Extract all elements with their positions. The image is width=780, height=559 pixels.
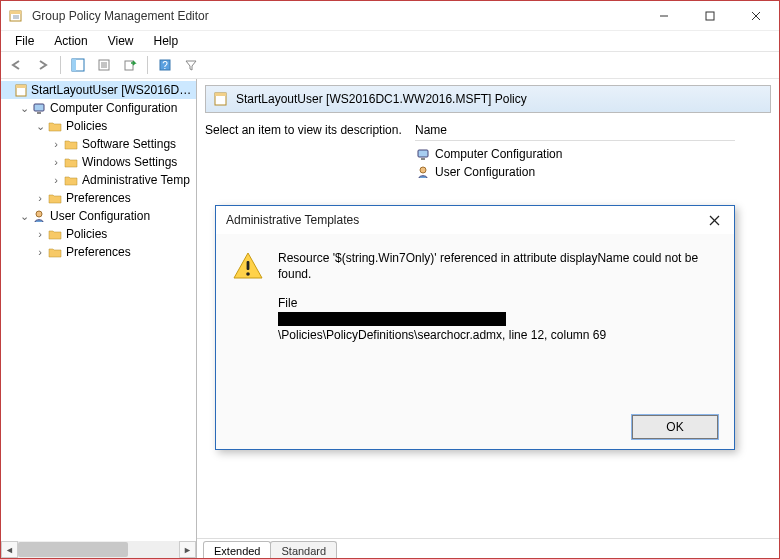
toolbar: ? [1,51,779,79]
menu-action[interactable]: Action [46,32,95,50]
tree-label: User Configuration [50,209,150,223]
help-button[interactable]: ? [153,54,177,76]
scroll-left-button[interactable]: ◄ [1,541,18,558]
folder-icon [47,226,63,242]
chevron-down-icon[interactable]: ⌄ [33,120,47,133]
tree-policies[interactable]: ⌄ Policies [1,117,196,135]
computer-icon [31,100,47,116]
dialog-title-bar[interactable]: Administrative Templates [216,206,734,234]
warning-icon [232,250,264,282]
policy-icon [14,82,28,98]
scroll-thumb[interactable] [18,542,128,557]
tabs-bar: Extended Standard [197,538,779,558]
tree-computer-config[interactable]: ⌄ Computer Configuration [1,99,196,117]
menu-view[interactable]: View [100,32,142,50]
tree-user-policies[interactable]: › Policies [1,225,196,243]
tree-label: Windows Settings [82,155,177,169]
show-hide-tree-button[interactable] [66,54,90,76]
svg-point-24 [420,167,426,173]
dialog-path-tail: \Policies\PolicyDefinitions\searchocr.ad… [278,328,606,342]
tree-user-config[interactable]: ⌄ User Configuration [1,207,196,225]
window-title: Group Policy Management Editor [27,9,641,23]
dialog-body: Resource '$(string.Win7Only)' referenced… [216,234,734,449]
tree-root[interactable]: StartLayoutUser [WS2016DC1.W [1,81,196,99]
back-button[interactable] [5,54,29,76]
dialog-file-label: File [278,296,718,310]
filter-button[interactable] [179,54,203,76]
forward-button[interactable] [31,54,55,76]
tree-label: Policies [66,227,107,241]
tree-label: Administrative Temp [82,173,190,187]
chevron-right-icon[interactable]: › [49,174,63,186]
chevron-right-icon[interactable]: › [49,156,63,168]
svg-rect-17 [34,104,44,111]
folder-icon [63,154,79,170]
menu-bar: File Action View Help [1,31,779,51]
svg-line-4 [752,12,760,20]
toolbar-separator [60,56,61,74]
svg-rect-23 [421,158,425,160]
list-item-computer-config[interactable]: Computer Configuration [415,145,771,163]
title-bar: Group Policy Management Editor [1,1,779,31]
folder-icon [47,118,63,134]
tree-preferences[interactable]: › Preferences [1,189,196,207]
chevron-down-icon[interactable]: ⌄ [17,102,31,115]
dialog-text: Resource '$(string.Win7Only)' referenced… [278,250,718,343]
computer-icon [415,146,431,162]
svg-point-19 [36,211,42,217]
tree-user-preferences[interactable]: › Preferences [1,243,196,261]
dialog-message: Resource '$(string.Win7Only)' referenced… [278,250,718,282]
dialog-file-path: \Policies\PolicyDefinitions\searchocr.ad… [278,310,718,342]
redacted-path [278,312,506,326]
svg-rect-3 [706,12,714,20]
window-controls [641,1,779,30]
app-icon [5,8,27,24]
menu-file[interactable]: File [7,32,42,50]
chevron-right-icon[interactable]: › [33,192,47,204]
chevron-right-icon[interactable]: › [49,138,63,150]
tree-windows-settings[interactable]: › Windows Settings [1,153,196,171]
tab-standard[interactable]: Standard [270,541,337,558]
tree[interactable]: StartLayoutUser [WS2016DC1.W ⌄ Computer … [1,79,196,541]
ok-button[interactable]: OK [632,415,718,439]
close-button[interactable] [733,1,779,30]
tree-label: Policies [66,119,107,133]
properties-button[interactable] [92,54,116,76]
scroll-track[interactable] [18,541,179,558]
dialog-buttons: OK [232,405,718,439]
chevron-right-icon[interactable]: › [33,228,47,240]
dialog-close-button[interactable] [694,206,734,234]
scroll-right-button[interactable]: ► [179,541,196,558]
chevron-right-icon[interactable]: › [33,246,47,258]
tab-extended[interactable]: Extended [203,541,271,558]
column-header-name[interactable]: Name [415,123,447,140]
folder-icon [47,190,63,206]
content-header-title: StartLayoutUser [WS2016DC1.WW2016.MSFT] … [236,92,527,106]
tree-label: Software Settings [82,137,176,151]
horizontal-scrollbar[interactable]: ◄ ► [1,541,196,558]
export-list-button[interactable] [118,54,142,76]
tree-admin-templates[interactable]: › Administrative Temp [1,171,196,189]
list-item-label: User Configuration [435,165,535,179]
tab-label: Standard [281,545,326,557]
svg-point-28 [246,272,250,276]
tree-pane: StartLayoutUser [WS2016DC1.W ⌄ Computer … [1,79,197,558]
chevron-down-icon[interactable]: ⌄ [17,210,31,223]
svg-rect-1 [10,11,21,14]
error-dialog: Administrative Templates Resource '$(str… [215,205,735,450]
dialog-title: Administrative Templates [216,213,694,227]
menu-help[interactable]: Help [146,32,187,50]
svg-rect-16 [16,85,26,88]
tree-software-settings[interactable]: › Software Settings [1,135,196,153]
folder-icon [47,244,63,260]
main-window: Group Policy Management Editor File Acti… [0,0,780,559]
tree-root-label: StartLayoutUser [WS2016DC1.W [31,83,192,97]
svg-line-5 [752,12,760,20]
policy-icon [212,90,230,108]
tab-label: Extended [214,545,260,557]
minimize-button[interactable] [641,1,687,30]
list-item-user-config[interactable]: User Configuration [415,163,771,181]
maximize-button[interactable] [687,1,733,30]
folder-icon [63,172,79,188]
tree-label: Preferences [66,191,131,205]
